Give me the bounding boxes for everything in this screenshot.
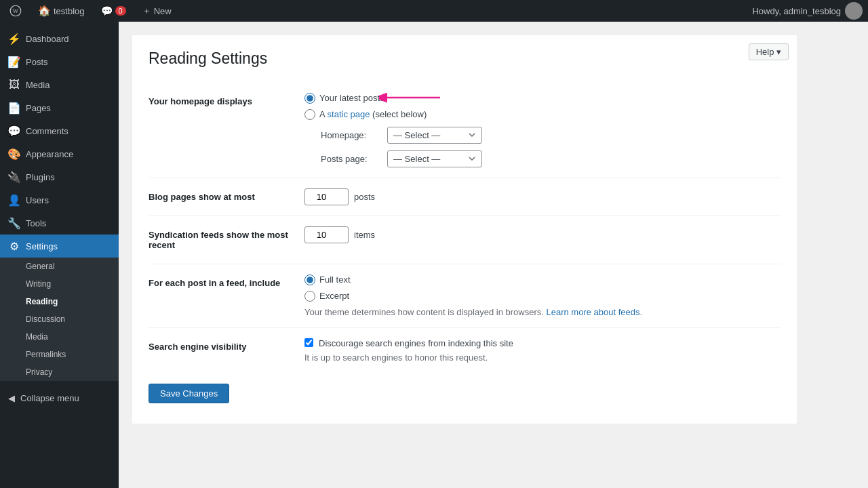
svg-text:W: W bbox=[13, 7, 19, 14]
collapse-icon: ◀ bbox=[8, 393, 15, 403]
sidebar-item-label: Pages bbox=[26, 103, 51, 113]
feed-include-label: For each post in a feed, include bbox=[149, 264, 304, 327]
sidebar-item-tools[interactable]: 🔧 Tools bbox=[0, 211, 119, 235]
save-changes-button[interactable]: Save Changes bbox=[149, 384, 229, 403]
homepage-latest-label: Your latest posts bbox=[319, 93, 384, 103]
comments-button[interactable]: 💬 0 bbox=[97, 0, 130, 22]
settings-submenu: General Writing Reading Discussion Media… bbox=[0, 258, 119, 381]
blog-pages-row: Blog pages show at most posts bbox=[149, 178, 781, 216]
new-content-button[interactable]: ＋ New bbox=[138, 0, 176, 22]
blog-pages-suffix: posts bbox=[354, 192, 375, 202]
static-page-link[interactable]: static page bbox=[328, 109, 373, 119]
posts-icon: 📝 bbox=[8, 56, 20, 68]
feed-excerpt-radio[interactable] bbox=[304, 291, 315, 302]
submenu-item-general[interactable]: General bbox=[0, 258, 119, 275]
posts-page-select-row: Posts page: — Select — bbox=[321, 150, 774, 167]
comments-icon: 💬 bbox=[8, 125, 20, 137]
submenu-item-reading[interactable]: Reading bbox=[0, 293, 119, 310]
homepage-select-label: Homepage: bbox=[321, 130, 382, 140]
feed-excerpt-label: Excerpt bbox=[319, 291, 349, 301]
posts-page-select[interactable]: — Select — bbox=[387, 150, 482, 167]
syndication-feeds-suffix: items bbox=[354, 230, 375, 240]
homepage-static-radio[interactable] bbox=[304, 109, 315, 120]
homepage-select[interactable]: — Select — bbox=[387, 127, 482, 144]
reading-settings-form: Your homepage displays Your latest posts bbox=[149, 83, 781, 403]
tools-icon: 🔧 bbox=[8, 217, 20, 229]
sidebar-item-label: Settings bbox=[26, 241, 58, 251]
sidebar-item-pages[interactable]: 📄 Pages bbox=[0, 96, 119, 119]
homepage-displays-row: Your homepage displays Your latest posts bbox=[149, 83, 781, 178]
syndication-feeds-label: Syndication feeds show the most recent bbox=[149, 216, 304, 264]
homepage-select-row: Homepage: — Select — bbox=[321, 127, 774, 144]
search-visibility-checkbox[interactable] bbox=[304, 338, 313, 347]
search-visibility-checkbox-label[interactable]: Discourage search engines from indexing … bbox=[304, 338, 774, 348]
sidebar-item-settings[interactable]: ⚙ Settings bbox=[0, 235, 119, 258]
settings-wrap: Help ▾ Reading Settings Your homepage di… bbox=[132, 35, 797, 424]
syndication-feeds-input-wrap: items bbox=[304, 226, 774, 243]
homepage-static-label: A static page (select below) bbox=[319, 109, 427, 119]
homepage-displays-label: Your homepage displays bbox=[149, 83, 304, 178]
feed-include-subtext: Your theme determines how content is dis… bbox=[304, 307, 774, 317]
submenu-item-discussion[interactable]: Discussion bbox=[0, 310, 119, 328]
search-visibility-cell: Discourage search engines from indexing … bbox=[304, 327, 781, 373]
search-visibility-label: Search engine visibility bbox=[149, 327, 304, 373]
feed-full-text-label: Full text bbox=[319, 274, 351, 285]
blog-pages-number-input[interactable] bbox=[304, 188, 349, 205]
site-name-button[interactable]: 🏠 testblog bbox=[34, 0, 89, 22]
sidebar: ⚡ Dashboard 📝 Posts 🖼 Media 📄 Pages 💬 Co… bbox=[0, 22, 119, 488]
sidebar-item-label: Plugins bbox=[26, 172, 55, 182]
feed-excerpt-option[interactable]: Excerpt bbox=[304, 291, 774, 302]
posts-page-select-label: Posts page: bbox=[321, 154, 382, 164]
feed-full-text-option[interactable]: Full text bbox=[304, 274, 774, 285]
syndication-feeds-row: Syndication feeds show the most recent i… bbox=[149, 216, 781, 264]
submenu-item-permalinks[interactable]: Permalinks bbox=[0, 346, 119, 363]
sidebar-item-dashboard[interactable]: ⚡ Dashboard bbox=[0, 27, 119, 50]
wp-logo-button[interactable]: W bbox=[5, 0, 26, 22]
search-visibility-row: Search engine visibility Discourage sear… bbox=[149, 327, 781, 373]
static-page-selects: Homepage: — Select — Posts page: bbox=[304, 127, 774, 167]
dashboard-icon: ⚡ bbox=[8, 33, 20, 45]
sidebar-item-media[interactable]: 🖼 Media bbox=[0, 73, 119, 96]
sidebar-item-label: Users bbox=[26, 195, 49, 205]
sidebar-item-label: Tools bbox=[26, 218, 46, 228]
syndication-feeds-number-input[interactable] bbox=[304, 226, 349, 243]
form-table: Your homepage displays Your latest posts bbox=[149, 83, 781, 373]
submenu-item-writing[interactable]: Writing bbox=[0, 275, 119, 293]
sidebar-item-label: Dashboard bbox=[26, 34, 69, 44]
sidebar-item-plugins[interactable]: 🔌 Plugins bbox=[0, 165, 119, 188]
learn-more-feeds-link[interactable]: Learn more about feeds bbox=[547, 307, 640, 317]
appearance-icon: 🎨 bbox=[8, 148, 20, 160]
user-avatar[interactable] bbox=[845, 2, 863, 20]
arrow-annotation bbox=[379, 89, 447, 106]
admin-bar: W 🏠 testblog 💬 0 ＋ New Howdy, admin_tesb… bbox=[0, 0, 868, 22]
blog-pages-cell: posts bbox=[304, 178, 781, 216]
media-icon: 🖼 bbox=[8, 79, 20, 91]
feed-full-text-radio[interactable] bbox=[304, 274, 315, 285]
blog-pages-input-wrap: posts bbox=[304, 188, 774, 205]
sidebar-item-label: Posts bbox=[26, 57, 48, 67]
settings-icon: ⚙ bbox=[8, 240, 20, 252]
homepage-displays-cell: Your latest posts bbox=[304, 83, 781, 178]
sidebar-item-posts[interactable]: 📝 Posts bbox=[0, 50, 119, 73]
search-visibility-subtext: It is up to search engines to honor this… bbox=[304, 352, 774, 363]
sidebar-item-comments[interactable]: 💬 Comments bbox=[0, 119, 119, 142]
help-button[interactable]: Help ▾ bbox=[749, 43, 789, 60]
submenu-item-privacy[interactable]: Privacy bbox=[0, 363, 119, 381]
feed-include-row: For each post in a feed, include Full te… bbox=[149, 264, 781, 327]
page-title: Reading Settings bbox=[149, 49, 781, 69]
homepage-latest-radio[interactable] bbox=[304, 93, 315, 104]
submenu-item-media[interactable]: Media bbox=[0, 328, 119, 346]
sidebar-item-appearance[interactable]: 🎨 Appearance bbox=[0, 142, 119, 165]
blog-pages-label: Blog pages show at most bbox=[149, 178, 304, 216]
adminbar-right: Howdy, admin_tesblog bbox=[752, 2, 863, 20]
sidebar-item-label: Appearance bbox=[26, 149, 73, 159]
comment-count-badge: 0 bbox=[115, 6, 126, 16]
sidebar-item-users[interactable]: 👤 Users bbox=[0, 188, 119, 211]
collapse-menu-button[interactable]: ◀ Collapse menu bbox=[0, 386, 119, 410]
submit-row: Save Changes bbox=[149, 373, 781, 403]
syndication-feeds-cell: items bbox=[304, 216, 781, 264]
plugins-icon: 🔌 bbox=[8, 171, 20, 183]
homepage-static-page-option[interactable]: A static page (select below) bbox=[304, 109, 774, 120]
homepage-latest-posts-option[interactable]: Your latest posts bbox=[304, 93, 774, 104]
feed-include-cell: Full text Excerpt Your theme determines … bbox=[304, 264, 781, 327]
